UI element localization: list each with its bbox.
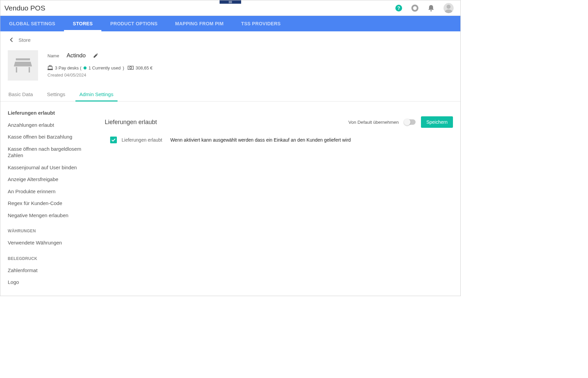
- save-button[interactable]: Speichern: [421, 116, 453, 128]
- svg-point-8: [445, 9, 453, 13]
- default-inherit-toggle[interactable]: [404, 119, 416, 125]
- status-circle-icon[interactable]: [411, 4, 419, 12]
- svg-point-16: [130, 67, 132, 69]
- side-item-negative-mengen[interactable]: Negative Mengen erlauben: [8, 209, 95, 222]
- svg-text:?: ?: [397, 5, 400, 11]
- setting-description: Wenn aktiviert kann ausgewählt werden da…: [170, 137, 351, 143]
- money-icon: [128, 66, 134, 70]
- lieferungen-checkbox[interactable]: [110, 137, 117, 143]
- store-name: Actindo: [67, 52, 86, 59]
- store-name-label: Name: [47, 53, 59, 58]
- svg-point-7: [447, 5, 451, 9]
- back-button[interactable]: [8, 36, 15, 43]
- status-dot-icon: [84, 66, 87, 69]
- group-belegdruck: BELEGDRUCK: [8, 249, 95, 264]
- nav-tab-tss[interactable]: TSS PROVIDERS: [232, 16, 289, 31]
- app-title: Venduo POS: [4, 4, 45, 12]
- svg-point-5: [412, 5, 418, 11]
- nav-tab-global-settings[interactable]: GLOBAL SETTINGS: [0, 16, 64, 31]
- store-header: Name Actindo 3 Pay desks ( 1 Currently u…: [0, 46, 460, 88]
- user-avatar[interactable]: [444, 3, 454, 13]
- side-item-zahlenformat[interactable]: Zahlenformat: [8, 264, 95, 277]
- bell-icon[interactable]: [427, 4, 435, 12]
- detail-title: Lieferungen erlaubt: [105, 119, 157, 126]
- top-handle[interactable]: [220, 0, 241, 4]
- subtab-settings[interactable]: Settings: [46, 88, 66, 101]
- side-item-kasse-bar[interactable]: Kasse öffnen bei Barzahlung: [8, 131, 95, 143]
- svg-rect-13: [48, 69, 53, 70]
- svg-point-6: [430, 10, 432, 11]
- settings-side-list: Lieferungen erlaubt Anzahlungen erlaubt …: [8, 107, 95, 288]
- group-waehrungen: WÄHRUNGEN: [8, 221, 95, 237]
- side-item-waehrungen[interactable]: Verwendete Währungen: [8, 237, 95, 249]
- store-created: Created 04/05/2024: [47, 72, 453, 78]
- main-nav-tabs: GLOBAL SETTINGS STORES PRODUCT OPTIONS M…: [0, 16, 460, 31]
- edit-name-button[interactable]: [93, 53, 98, 58]
- svg-rect-14: [49, 65, 51, 66]
- help-icon[interactable]: ?: [395, 4, 402, 12]
- nav-tab-mapping[interactable]: MAPPING FROM PIM: [166, 16, 232, 31]
- paydesks-used: 1 Currently used: [89, 65, 121, 70]
- side-item-kasse-bargeldlos[interactable]: Kasse öffnen nach bargeldlosem Zahlen: [8, 143, 95, 162]
- svg-rect-9: [16, 58, 30, 60]
- paydesks-suffix: ): [123, 65, 124, 70]
- side-item-lieferungen[interactable]: Lieferungen erlaubt: [8, 107, 95, 119]
- side-item-logo[interactable]: Logo: [8, 276, 95, 288]
- hamburger-icon: [228, 1, 233, 3]
- store-amount: 308,65 €: [136, 65, 153, 70]
- breadcrumb-label: Store: [19, 37, 31, 43]
- breadcrumb: Store: [0, 31, 460, 46]
- paydesks-prefix: 3 Pay desks (: [55, 65, 81, 70]
- setting-detail-panel: Lieferungen erlaubt Von Default übernehm…: [105, 107, 453, 288]
- content-scroll[interactable]: Store Name Actindo: [0, 31, 460, 296]
- side-item-produkte-erinnern[interactable]: An Produkte erinnern: [8, 185, 95, 198]
- side-item-regex[interactable]: Regex für Kunden-Code: [8, 197, 95, 209]
- setting-checkbox-label: Lieferungen erlaubt: [122, 137, 162, 143]
- svg-rect-11: [29, 67, 30, 72]
- side-item-kassenjournal[interactable]: Kassenjournal auf User binden: [8, 162, 95, 174]
- store-subtabs: Basic Data Settings Admin Settings: [0, 88, 460, 101]
- nav-tab-product-options[interactable]: PRODUCT OPTIONS: [101, 16, 166, 31]
- nav-tab-stores[interactable]: STORES: [64, 16, 101, 31]
- default-inherit-label: Von Default übernehmen: [349, 120, 399, 125]
- side-item-anzahlungen[interactable]: Anzahlungen erlaubt: [8, 119, 95, 131]
- side-item-altersfreigabe[interactable]: Anzeige Altersfreigabe: [8, 173, 95, 185]
- subtab-admin-settings[interactable]: Admin Settings: [79, 88, 114, 101]
- subtab-basic-data[interactable]: Basic Data: [8, 88, 34, 101]
- svg-rect-10: [16, 67, 17, 72]
- store-icon: [8, 50, 38, 81]
- svg-rect-12: [48, 66, 52, 69]
- cashdesk-icon: [47, 65, 53, 70]
